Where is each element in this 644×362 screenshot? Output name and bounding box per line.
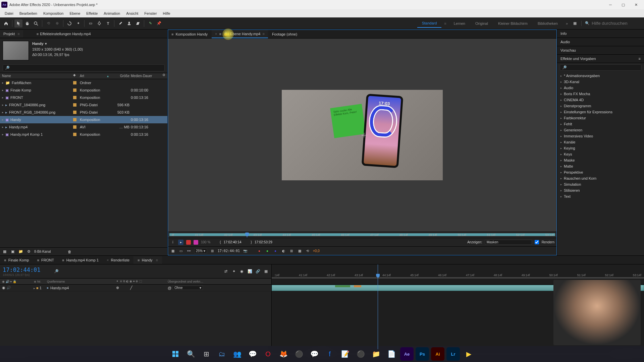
resolution-icon[interactable]: ⊞ xyxy=(210,248,215,254)
interpret-footage-icon[interactable]: ▦ xyxy=(2,249,7,254)
layer-switch-collapse[interactable]: ⊕ xyxy=(116,286,119,290)
workspace-kleiner[interactable]: Kleiner Bildschirm xyxy=(493,19,532,27)
exposure-offset[interactable]: +0,0 xyxy=(313,249,320,253)
project-item-row[interactable]: ▸▣Handy Komposition 0:00:13:16 xyxy=(0,116,167,123)
frame-blend-icon[interactable]: ✦ xyxy=(231,269,236,274)
guides-icon[interactable]: ▦ xyxy=(297,248,302,254)
workspace-menu-icon[interactable]: ≡ xyxy=(442,21,448,25)
taskbar-app1-icon[interactable]: ⚫ xyxy=(292,347,306,361)
project-item-row[interactable]: ▸▣FRONT Komposition 0:00:13:16 xyxy=(0,94,167,101)
timeline-tab[interactable]: ×Renderliste xyxy=(103,256,133,264)
layer-row-1[interactable]: ◉ 🔊 ▸ ■ 1 ▸ Handy.mp4 ⊕ ╱ @ xyxy=(0,285,271,291)
reset-exposure-icon[interactable]: ⟲ xyxy=(305,248,310,254)
taskbar-ps-icon[interactable]: Ps xyxy=(416,347,429,361)
preview-panel-tab[interactable]: Vorschau xyxy=(557,46,644,55)
project-item-row[interactable]: ▸▸FRONT_RGB_1840886.png PNG-Datei 503 KB xyxy=(0,109,167,116)
current-timecode[interactable]: 17:02:44:01 xyxy=(3,266,41,273)
taskbar-lr-icon[interactable]: Lr xyxy=(446,347,460,361)
render-checkbox[interactable] xyxy=(535,240,539,244)
layer-twirl-icon[interactable]: ▸ xyxy=(34,287,35,290)
panel-menu-icon[interactable]: ≡ xyxy=(17,32,19,36)
col-name-header[interactable]: Name xyxy=(0,73,73,79)
stamp-tool-icon[interactable] xyxy=(125,19,133,27)
taskbar-facebook-icon[interactable]: f xyxy=(323,347,336,361)
workspace-original[interactable]: Original xyxy=(471,19,493,27)
out-time[interactable]: 17:02:53:29 xyxy=(255,240,272,244)
viewer-tab-footage[interactable]: Footage (ohne) xyxy=(269,31,301,38)
effects-category[interactable]: ▸Matte xyxy=(557,163,644,169)
in-time[interactable]: 17:02:40:14 xyxy=(224,240,241,244)
status-time[interactable]: 17:02:44:01 xyxy=(218,249,240,253)
tab-close-icon[interactable]: × xyxy=(215,32,217,36)
hand-tool-icon[interactable] xyxy=(23,19,31,27)
pen-tool-icon[interactable] xyxy=(95,19,103,27)
effects-category[interactable]: ▸Einstellungen für Expressions xyxy=(557,109,644,115)
bit-depth-label[interactable]: 8-Bit-Kanal xyxy=(34,250,51,253)
panel-menu-icon[interactable]: ≡ xyxy=(639,57,641,61)
zoom-tool-icon[interactable] xyxy=(32,19,40,27)
dropdown-icon[interactable]: ▾ xyxy=(45,41,47,47)
blue-ch-icon[interactable]: ● xyxy=(273,248,278,254)
video-eye-icon[interactable]: ◉ xyxy=(2,286,5,290)
effects-category[interactable]: ▸CINEMA 4D xyxy=(557,97,644,103)
effects-category[interactable]: ▸Keying xyxy=(557,145,644,151)
effects-category[interactable]: ▸Text xyxy=(557,193,644,199)
viewer-tab-composition[interactable]: ■ Komposition Handy xyxy=(168,31,211,38)
grid-icon[interactable]: ⊞ xyxy=(289,248,294,254)
workspace-lernen[interactable]: Lernen xyxy=(449,19,470,27)
in-point-icon[interactable]: ↧ xyxy=(170,240,175,245)
mask-icon[interactable]: 👓 xyxy=(186,248,192,254)
taskbar-ai-icon[interactable]: Ai xyxy=(431,347,444,361)
green-ch-icon[interactable]: ● xyxy=(265,248,270,254)
taskbar-teams-icon[interactable]: 👥 xyxy=(230,347,244,361)
workspace-bibliotheken[interactable]: Bibliotheken xyxy=(533,19,562,27)
effects-panel-header[interactable]: Effekte und Vorgaben ≡ xyxy=(557,55,644,63)
timeline-search-input[interactable]: 🔎 xyxy=(54,269,59,274)
marker-red-icon[interactable] xyxy=(186,240,191,245)
viewer-tab-layer[interactable]: × ■ 🔒 Ebene Handy.mp4 ≡ xyxy=(212,30,268,38)
viewer-canvas[interactable]: Sehr cooler Alle Effekte Kurs, Peter! 17… xyxy=(168,39,556,232)
effects-category[interactable]: ▸Boris FX Mocha xyxy=(557,91,644,97)
workspace-standard[interactable]: Standard xyxy=(417,19,442,28)
taskbar-firefox-icon[interactable]: 🦊 xyxy=(277,347,290,361)
eraser-tool-icon[interactable] xyxy=(134,19,142,27)
menu-fenster[interactable]: Fenster xyxy=(142,11,159,16)
minimize-button[interactable]: ─ xyxy=(607,1,614,8)
red-ch-icon[interactable]: ● xyxy=(257,248,262,254)
effects-category[interactable]: ▸Perspektive xyxy=(557,169,644,175)
col-size-header[interactable]: Größe xyxy=(109,73,130,79)
taskbar-windows-icon[interactable] xyxy=(169,347,182,361)
menu-effekte[interactable]: Effekte xyxy=(84,11,100,16)
taskbar-notepad-icon[interactable]: 📄 xyxy=(385,347,398,361)
effects-category[interactable]: ▸Rauschen und Korn xyxy=(557,175,644,181)
help-search-input[interactable] xyxy=(592,21,639,26)
effect-controls-tab[interactable]: ■ Effekteinstellungen Handy.mp4 xyxy=(33,30,94,38)
roto-tool-icon[interactable]: ✎ xyxy=(146,19,154,27)
taskbar-whatsapp-icon[interactable]: 💬 xyxy=(246,347,259,361)
taskbar-explorer-icon[interactable]: 🗂 xyxy=(215,347,228,361)
text-tool-icon[interactable]: T xyxy=(104,19,112,27)
alpha-icon[interactable]: ▦ xyxy=(170,248,175,254)
current-time-indicator[interactable] xyxy=(378,264,378,349)
effects-category[interactable]: ▸Audio xyxy=(557,85,644,91)
anchor-tool-icon[interactable]: ✦ xyxy=(74,19,82,27)
zoom-dropdown[interactable]: 25% ▾ xyxy=(194,248,207,253)
taskbar-taskview-icon[interactable]: ⊞ xyxy=(200,347,213,361)
col-art-header[interactable]: Art▴ xyxy=(79,73,109,79)
effects-category[interactable]: ▸* Animationsvorgaben xyxy=(557,73,644,79)
preview-ram-icon[interactable]: ▸ xyxy=(178,240,183,245)
taskbar-folder-icon[interactable]: 📁 xyxy=(369,347,383,361)
menu-hilfe[interactable]: Hilfe xyxy=(160,11,173,16)
effects-category[interactable]: ▸Simulation xyxy=(557,181,644,187)
parent-dropdown[interactable]: Ohne▾ xyxy=(173,286,203,290)
home-tool-icon[interactable] xyxy=(2,19,10,27)
menu-bearbeiten[interactable]: Bearbeiten xyxy=(17,11,40,16)
effects-category[interactable]: ▸Generieren xyxy=(557,127,644,133)
col-settings-icon[interactable]: ⚙ xyxy=(162,73,167,79)
magnify-pct[interactable]: 100 % xyxy=(201,240,210,244)
effects-category[interactable]: ▸Farbkorrektur xyxy=(557,115,644,121)
graph-editor-icon[interactable]: 📊 xyxy=(247,269,253,274)
layer-switch-fx[interactable]: ╱ xyxy=(130,286,132,290)
marker-magenta-icon[interactable] xyxy=(194,240,198,245)
puppet-tool-icon[interactable]: 📌 xyxy=(155,19,163,27)
